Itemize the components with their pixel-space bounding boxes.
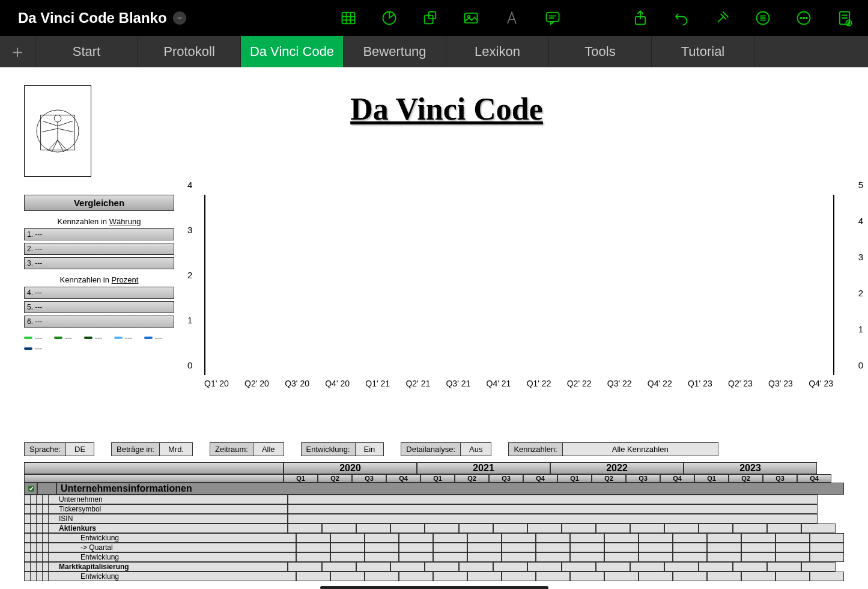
- row-cell[interactable]: [433, 543, 467, 552]
- row-cell[interactable]: [673, 543, 707, 552]
- row-cell[interactable]: [493, 562, 527, 572]
- row-cell[interactable]: [604, 572, 639, 581]
- filter-detail[interactable]: Detailanalyse:Aus: [401, 442, 491, 456]
- row-cell[interactable]: [664, 523, 699, 533]
- section-checkbox[interactable]: [28, 486, 34, 492]
- row-cell[interactable]: [399, 552, 433, 562]
- section-header[interactable]: Unternehmensinformationen: [24, 483, 844, 495]
- row-cell[interactable]: [639, 543, 673, 552]
- row-cell[interactable]: [433, 552, 467, 562]
- row-cell[interactable]: [296, 533, 330, 543]
- row-cell[interactable]: [733, 562, 767, 572]
- tab-protokoll[interactable]: Protokoll: [138, 36, 241, 67]
- row-cell[interactable]: [536, 572, 570, 581]
- tab-da-vinci-code[interactable]: Da Vinci Code: [241, 36, 344, 67]
- metric-selector[interactable]: 6. ---: [24, 316, 174, 328]
- row-cell[interactable]: [775, 533, 810, 543]
- text-format-icon[interactable]: [503, 9, 521, 27]
- row-cell[interactable]: [562, 562, 596, 572]
- row-cell[interactable]: [502, 533, 536, 543]
- row-cell[interactable]: [810, 552, 844, 562]
- tab-start[interactable]: Start: [35, 36, 138, 67]
- filter-entwicklung[interactable]: Entwicklung:Ein: [301, 442, 384, 456]
- row-cell[interactable]: [527, 562, 562, 572]
- row-cell[interactable]: [365, 533, 399, 543]
- row-cell[interactable]: [330, 533, 365, 543]
- row-cell[interactable]: [707, 552, 741, 562]
- row-cell[interactable]: [296, 543, 330, 552]
- row-cell[interactable]: [433, 533, 467, 543]
- row-cell[interactable]: [390, 523, 425, 533]
- row-cell[interactable]: [330, 543, 365, 552]
- metric-selector[interactable]: 1. ---: [24, 228, 174, 240]
- row-cell[interactable]: [536, 543, 570, 552]
- comment-icon[interactable]: [544, 9, 562, 27]
- row-cell[interactable]: [775, 552, 810, 562]
- add-tab-icon[interactable]: ＋: [0, 36, 35, 67]
- share-icon[interactable]: [631, 9, 649, 27]
- tab-tutorial[interactable]: Tutorial: [652, 36, 754, 67]
- row-cell[interactable]: [330, 552, 365, 562]
- row-cell[interactable]: [502, 552, 536, 562]
- gavel-icon[interactable]: [713, 9, 731, 27]
- row-cell[interactable]: [673, 572, 707, 581]
- title-dropdown-icon[interactable]: [173, 11, 186, 25]
- row-cell[interactable]: [741, 543, 775, 552]
- note-add-icon[interactable]: [836, 9, 854, 27]
- more-circle-icon[interactable]: [795, 9, 813, 27]
- row-cell[interactable]: [425, 562, 459, 572]
- tab-lexikon[interactable]: Lexikon: [446, 36, 549, 67]
- row-cell[interactable]: [356, 523, 390, 533]
- row-cell[interactable]: [467, 543, 502, 552]
- row-cell[interactable]: [502, 543, 536, 552]
- row-cell[interactable]: [707, 572, 741, 581]
- row-cell[interactable]: [562, 523, 596, 533]
- row-cell[interactable]: [467, 572, 502, 581]
- list-circle-icon[interactable]: [754, 9, 772, 27]
- row-cell[interactable]: [570, 543, 604, 552]
- row-cell[interactable]: [296, 572, 330, 581]
- metric-selector[interactable]: 3. ---: [24, 257, 174, 269]
- metric-selector[interactable]: 2. ---: [24, 243, 174, 255]
- row-cell[interactable]: [467, 552, 502, 562]
- row-cell[interactable]: [741, 533, 775, 543]
- row-cell[interactable]: [322, 523, 356, 533]
- row-cell[interactable]: [630, 562, 664, 572]
- undo-icon[interactable]: [672, 9, 690, 27]
- shape-icon[interactable]: [421, 9, 439, 27]
- row-cell[interactable]: [527, 523, 562, 533]
- row-cell[interactable]: [399, 533, 433, 543]
- row-cell[interactable]: [639, 572, 673, 581]
- table-icon[interactable]: [339, 9, 357, 27]
- row-cell[interactable]: [707, 543, 741, 552]
- row-cell[interactable]: [596, 523, 630, 533]
- row-cell[interactable]: [604, 552, 639, 562]
- row-cell[interactable]: [810, 543, 844, 552]
- row-cell[interactable]: [502, 572, 536, 581]
- row-cell[interactable]: [596, 562, 630, 572]
- row-cell[interactable]: [673, 552, 707, 562]
- row-cell[interactable]: [639, 552, 673, 562]
- row-cell[interactable]: [810, 572, 844, 581]
- row-cell[interactable]: [733, 523, 767, 533]
- row-cell[interactable]: [707, 533, 741, 543]
- row-cell[interactable]: [390, 562, 425, 572]
- row-cell[interactable]: [767, 523, 801, 533]
- row-cell[interactable]: [630, 523, 664, 533]
- row-cell[interactable]: [365, 572, 399, 581]
- row-cell[interactable]: [322, 562, 356, 572]
- row-cell[interactable]: [699, 562, 733, 572]
- filter-zeitraum[interactable]: Zeitraum:Alle: [210, 442, 284, 456]
- row-cell[interactable]: [741, 552, 775, 562]
- row-cell[interactable]: [459, 562, 493, 572]
- row-cell[interactable]: [467, 533, 502, 543]
- row-cell[interactable]: [741, 572, 775, 581]
- row-cell[interactable]: [801, 562, 836, 572]
- row-value[interactable]: [288, 495, 818, 504]
- row-cell[interactable]: [775, 572, 810, 581]
- row-cell[interactable]: [296, 552, 330, 562]
- row-cell[interactable]: [810, 533, 844, 543]
- row-cell[interactable]: [425, 523, 459, 533]
- row-cell[interactable]: [604, 543, 639, 552]
- chart-pie-icon[interactable]: [380, 9, 398, 27]
